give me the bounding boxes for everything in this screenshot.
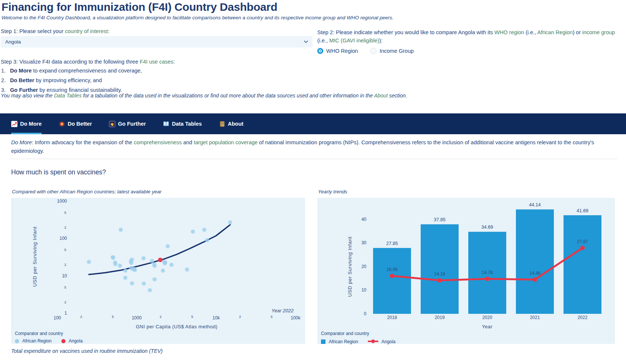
data-point — [170, 263, 174, 267]
tick-label: 2020 — [482, 315, 492, 320]
tab-about[interactable]: About — [219, 113, 244, 134]
tab-do-better[interactable]: Do Better — [59, 113, 92, 134]
bar-chart: 010203040USD per Surviving Infant27.8537… — [317, 198, 615, 344]
data-point — [161, 268, 165, 273]
tab-label: Go Further — [118, 121, 146, 127]
tick-label: 2 — [239, 315, 241, 319]
data-point — [158, 258, 163, 262]
line-value-label: 16.06 — [386, 267, 398, 272]
legend-item-african-region: African Region — [15, 338, 52, 344]
tab-go-further[interactable]: Go Further — [109, 113, 146, 134]
y-axis-label: USD per Surviving Infant — [32, 226, 38, 287]
data-point — [228, 220, 232, 225]
legend-item-angola: Angola — [368, 338, 395, 345]
data-point — [191, 229, 195, 233]
use-case-item: 2.Do Better by improving efficiency, and — [1, 77, 142, 84]
tick-label: 10 — [362, 287, 367, 293]
use-case-text: Do More to expand comprehensiveness and … — [10, 68, 142, 74]
radio-who-region[interactable]: WHO Region — [317, 48, 358, 54]
sunrise-icon — [109, 121, 115, 127]
footnote: You may also view the Data Tables for a … — [1, 93, 407, 99]
bar — [421, 224, 459, 314]
do-more-description: Do More: Inform advocacy for the expansi… — [11, 138, 611, 155]
data-point — [202, 228, 206, 232]
tick-label: 0 — [364, 311, 366, 316]
bar-value-label: 37.85 — [434, 217, 445, 222]
comparator-radio-group: WHO RegionIncome Group — [317, 48, 620, 54]
data-point — [113, 262, 118, 266]
tab-label: Do More — [20, 121, 42, 127]
tab-label: Data Tables — [172, 121, 202, 127]
legend-item-angola: Angola — [61, 338, 83, 344]
tick-label: 5 — [64, 286, 66, 289]
legend-label: African Region — [22, 338, 52, 344]
trend-line — [89, 225, 230, 275]
tick-label: 2018 — [387, 315, 397, 320]
page-subtitle: Welcome to the F4I Country Dashboard, a … — [1, 15, 394, 20]
data-point — [118, 264, 122, 268]
tick-label: 5 — [64, 248, 66, 252]
tab-data-tables[interactable]: Data Tables — [163, 113, 202, 134]
tick-label: 20 — [362, 264, 367, 269]
data-point — [123, 276, 128, 280]
line-value-label: 27.87 — [577, 239, 588, 244]
scatter-legend: Comparator and country African RegionAng… — [15, 331, 83, 344]
x-axis-label: Year — [482, 324, 492, 329]
data-point — [485, 277, 489, 281]
bar-legend: Comparator and country African RegionAng… — [321, 331, 395, 345]
footer-note: Total expenditure on vaccines used in ro… — [11, 348, 163, 354]
data-point — [205, 238, 209, 242]
x-axis: 1002510002510k25100k — [54, 315, 301, 320]
legend-label: African Region — [329, 339, 358, 344]
line-value-label: 14.48 — [529, 271, 540, 276]
radio-income-group[interactable]: Income Group — [370, 48, 414, 54]
data-point — [390, 274, 394, 278]
legend-marker — [368, 338, 378, 345]
data-point — [119, 228, 123, 232]
bar-value-label: 41.69 — [577, 208, 588, 213]
tick-label: 2 — [64, 300, 66, 304]
tick-label: 2 — [64, 226, 66, 229]
bar — [373, 248, 411, 314]
data-point — [437, 278, 442, 283]
bar-value-label: 44.14 — [529, 202, 540, 207]
line-value-label: 14.16 — [434, 271, 445, 277]
tab-label: About — [228, 121, 244, 127]
tab-do-more[interactable]: Do More — [11, 113, 42, 134]
data-point — [123, 268, 128, 273]
tick-label: 2019 — [435, 315, 445, 320]
data-point — [580, 246, 585, 250]
radio-unselected-icon[interactable] — [370, 48, 376, 54]
legend-marker — [15, 339, 19, 343]
bar-value-label: 34.69 — [481, 225, 493, 230]
legend-marker — [61, 339, 65, 343]
tick-label: 10 — [62, 273, 67, 278]
bar — [516, 209, 554, 314]
ledger-icon — [219, 121, 225, 127]
line-value-label: 14.78 — [482, 270, 493, 275]
bar — [564, 215, 601, 314]
tick-label: 2 — [160, 315, 161, 319]
tick-label: 30 — [362, 240, 367, 245]
tick-label: 2022 — [578, 315, 588, 320]
collision-icon — [59, 121, 65, 127]
data-point — [111, 256, 115, 260]
use-case-number: 1. — [1, 68, 10, 74]
bar-chart-pane: Yearly trends 010203040USD per Surviving… — [317, 189, 615, 344]
y-axis: 1251025100251000 — [57, 199, 67, 316]
legend-item-african-region: African Region — [321, 339, 358, 344]
x-axis: 20182019202020212022 — [387, 315, 588, 320]
open-book-icon — [163, 121, 169, 127]
data-point — [87, 260, 91, 264]
tick-label: 100 — [60, 236, 67, 241]
tick-label: 40 — [362, 217, 367, 222]
data-point — [163, 261, 167, 265]
data-point — [133, 268, 137, 272]
step1-label: Step 1: Please select your country of in… — [1, 28, 109, 34]
radio-selected-icon[interactable] — [317, 48, 323, 54]
series-angola — [158, 258, 163, 262]
scatter-chart: 12510251002510001002510002510k25100kGNI … — [11, 198, 305, 344]
country-select[interactable]: Angola — [1, 36, 312, 48]
use-case-text: Do Better by improving efficiency, and — [10, 77, 102, 84]
series-african-region — [87, 220, 232, 292]
